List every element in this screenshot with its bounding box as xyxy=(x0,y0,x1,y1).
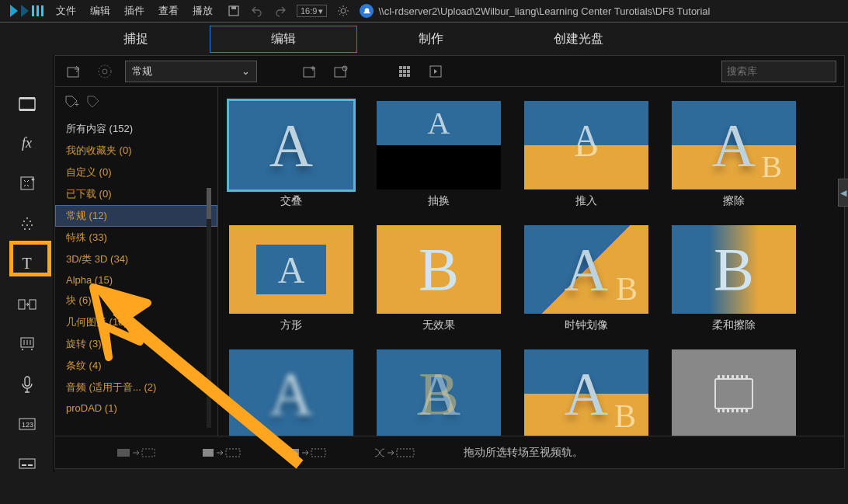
thumb-blur[interactable]: A模糊 xyxy=(226,349,356,436)
svg-point-35 xyxy=(103,69,107,74)
redo-icon[interactable] xyxy=(273,4,287,18)
thumb-box[interactable]: A方形 xyxy=(226,225,356,332)
settings-icon[interactable] xyxy=(336,4,350,18)
svg-point-34 xyxy=(99,65,111,78)
svg-rect-39 xyxy=(399,66,402,69)
mode-produce[interactable]: 制作 xyxy=(357,26,505,52)
menu-play[interactable]: 播放 xyxy=(193,2,213,19)
expand-icon[interactable] xyxy=(425,61,447,82)
apply-random-icon[interactable] xyxy=(288,446,327,460)
apply-fade-icon[interactable] xyxy=(117,446,156,460)
save-icon[interactable] xyxy=(227,4,241,18)
mode-tabs: 捕捉 编辑 制作 创建光盘 xyxy=(0,23,848,55)
tag-manage-icon[interactable] xyxy=(330,61,352,82)
category-dropdown[interactable]: 常规 ⌄ xyxy=(125,61,257,82)
voice-room-icon[interactable] xyxy=(16,376,39,393)
apply-all-icon[interactable] xyxy=(374,446,417,460)
undo-icon[interactable] xyxy=(250,4,264,18)
aspect-ratio[interactable]: 16:9▾ xyxy=(297,5,327,17)
svg-rect-55 xyxy=(226,449,240,457)
tree-all[interactable]: 所有内容 (152) xyxy=(55,118,217,140)
menu-file[interactable]: 文件 xyxy=(56,2,76,19)
menu-items: 文件 编辑 插件 查看 播放 xyxy=(56,2,213,19)
tree-stripe[interactable]: 条纹 (4) xyxy=(55,355,217,377)
svg-rect-53 xyxy=(142,449,155,457)
svg-rect-57 xyxy=(290,450,292,452)
notification-icon[interactable] xyxy=(360,4,374,18)
thumb-cw-rotate[interactable]: 顺时针旋转 xyxy=(669,349,799,436)
tree-3d[interactable]: 3D/类 3D (34) xyxy=(55,249,217,270)
audio-room-icon[interactable] xyxy=(16,335,39,352)
tree-rotate[interactable]: 旋转 (3) xyxy=(55,333,217,355)
thumb-push[interactable]: AB推入 xyxy=(521,101,652,208)
svg-rect-37 xyxy=(335,68,346,77)
tag-add-icon[interactable]: + xyxy=(64,95,80,109)
svg-point-15 xyxy=(26,224,28,226)
svg-point-11 xyxy=(26,217,28,219)
thumb-crossfade[interactable]: A交叠 xyxy=(226,101,356,208)
thumb-slide[interactable]: AB滑入 xyxy=(521,349,652,436)
menu-plugin[interactable]: 插件 xyxy=(124,2,144,19)
transition-room-icon[interactable] xyxy=(16,296,39,312)
collapse-tree-button[interactable]: ◀ xyxy=(838,179,844,207)
project-path: \\cl-rdserver2\Upload\2Wilbur_liang\Lear… xyxy=(378,5,710,17)
tree-alpha[interactable]: Alpha (15) xyxy=(55,270,217,290)
svg-rect-42 xyxy=(399,70,402,73)
thumb-clock[interactable]: AB时钟划像 xyxy=(521,225,652,332)
svg-rect-4 xyxy=(231,6,236,9)
timeline-toolbar: 拖动所选转场至视频轨。 xyxy=(55,436,844,468)
library-toolbar: 常规 ⌄ xyxy=(55,56,844,87)
svg-text:+: + xyxy=(75,100,79,109)
tag-remove-icon[interactable] xyxy=(86,95,100,109)
svg-rect-59 xyxy=(311,449,325,457)
svg-rect-47 xyxy=(407,74,410,77)
tree-custom[interactable]: 自定义 (0) xyxy=(55,162,217,183)
media-room-icon[interactable] xyxy=(16,96,39,112)
grid-view-icon[interactable] xyxy=(394,61,415,82)
thumb-fade[interactable]: AB淡入淡出 xyxy=(374,349,504,436)
svg-rect-41 xyxy=(407,66,410,69)
mode-edit[interactable]: 编辑 xyxy=(210,26,357,53)
tree-general[interactable]: 常规 (12) xyxy=(55,205,217,227)
tree-downloaded[interactable]: 已下载 (0) xyxy=(55,183,217,205)
fx-room-icon[interactable]: fx xyxy=(16,135,39,151)
svg-rect-30 xyxy=(19,459,35,468)
mode-disc[interactable]: 创建光盘 xyxy=(505,26,652,52)
tree-geo[interactable]: 几何图形 (18) xyxy=(55,311,217,333)
thumb-swap[interactable]: A抽换 xyxy=(374,101,504,208)
menu-edit[interactable]: 编辑 xyxy=(90,2,110,19)
thumbnail-grid: A交叠 A抽换 AB推入 AB擦除 A方形 B无效果 AB时钟划像 B柔和擦除 … xyxy=(218,87,844,436)
import-icon[interactable] xyxy=(63,61,85,82)
svg-rect-52 xyxy=(117,449,130,457)
ratio-label: 16:9 xyxy=(301,6,317,16)
tree-special[interactable]: 特殊 (33) xyxy=(55,227,217,249)
tree-audio[interactable]: 音频 (适用于音... (2) xyxy=(55,377,217,398)
svg-point-38 xyxy=(342,66,347,71)
svg-rect-31 xyxy=(22,464,26,466)
particle-room-icon[interactable] xyxy=(16,215,39,231)
new-folder-icon[interactable] xyxy=(299,61,321,82)
tree-block[interactable]: 块 (6) xyxy=(55,290,217,311)
svg-point-14 xyxy=(22,224,23,226)
thumb-soft-wipe[interactable]: B柔和擦除 xyxy=(669,225,799,332)
chevron-down-icon: ⌄ xyxy=(242,65,250,77)
svg-rect-43 xyxy=(403,70,406,73)
svg-rect-6 xyxy=(19,99,35,109)
chapter-room-icon[interactable]: 123 xyxy=(16,416,39,433)
tree-prodad[interactable]: proDAD (1) xyxy=(55,398,217,418)
search-input[interactable] xyxy=(727,65,848,77)
apply-cross-icon[interactable] xyxy=(203,446,242,460)
thumb-wipe[interactable]: AB擦除 xyxy=(669,101,799,208)
pip-room-icon[interactable]: ✦ xyxy=(16,176,39,192)
subtitle-room-icon[interactable] xyxy=(16,456,39,472)
menu-view[interactable]: 查看 xyxy=(158,2,179,19)
tree-fav[interactable]: 我的收藏夹 (0) xyxy=(55,140,217,162)
search-box[interactable] xyxy=(721,61,836,82)
download-icon[interactable] xyxy=(94,61,116,82)
toolbar: 16:9▾ xyxy=(227,4,374,18)
tree-scrollbar[interactable] xyxy=(207,188,211,428)
menu-bar: 文件 编辑 插件 查看 播放 16:9▾ \\cl-rdserver2\Uplo… xyxy=(0,0,848,22)
svg-text:✦: ✦ xyxy=(30,176,35,183)
thumb-none[interactable]: B无效果 xyxy=(374,225,504,332)
mode-capture[interactable]: 捕捉 xyxy=(62,26,210,52)
